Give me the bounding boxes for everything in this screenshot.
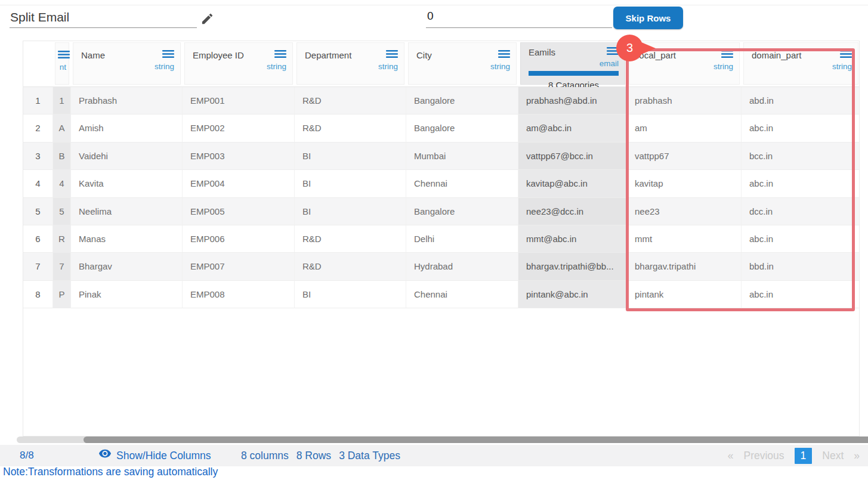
cell-idx: 5 xyxy=(23,198,53,225)
column-header-emails: Eamilsemail8 Catagories xyxy=(518,41,627,87)
horizontal-scrollbar[interactable] xyxy=(17,436,862,443)
scrollbar-thumb[interactable] xyxy=(84,436,868,443)
column-type-label: email xyxy=(529,59,619,68)
cell-emails: nee23@dcc.in xyxy=(518,198,627,225)
column-header-row: Employee ID xyxy=(193,50,286,60)
cell-employee_id: EMP005 xyxy=(183,198,295,225)
cell-department: R&D xyxy=(295,253,406,280)
cell-department: R&D xyxy=(295,87,406,114)
column-header-card-name[interactable]: Namestring xyxy=(73,42,181,85)
next-button[interactable]: Next xyxy=(822,450,844,462)
cell-idx: 2 xyxy=(23,114,53,142)
next-arrow[interactable]: » xyxy=(854,450,860,462)
show-hide-columns-button[interactable]: Show/Hide Columns xyxy=(98,445,211,466)
transform-name-input[interactable]: Split Email xyxy=(10,10,69,24)
cell-mini: 7 xyxy=(53,253,71,280)
column-header-card-department[interactable]: Departmentstring xyxy=(296,42,404,85)
cell-idx: 8 xyxy=(23,281,53,308)
column-header-card-city[interactable]: Citystring xyxy=(408,42,517,85)
column-menu-icon[interactable] xyxy=(274,50,286,58)
cell-department: R&D xyxy=(295,225,406,253)
cell-emails: kavitap@abc.in xyxy=(518,170,627,197)
cell-emails: vattpp67@bcc.in xyxy=(518,143,627,170)
cell-idx: 1 xyxy=(23,87,53,114)
column-type-label: string xyxy=(193,62,286,71)
show-hide-columns-label: Show/Hide Columns xyxy=(116,450,211,462)
column-type-label: string xyxy=(81,62,174,71)
column-header-row: City xyxy=(416,50,510,60)
column-label: Eamils xyxy=(529,47,555,57)
truncated-column-header[interactable]: nt xyxy=(55,42,69,85)
column-header-card-emails[interactable]: Eamilsemail8 Catagories xyxy=(520,42,625,85)
cell-name: Pinak xyxy=(71,281,183,308)
cell-idx: 4 xyxy=(23,170,53,197)
cell-emails: am@abc.in xyxy=(518,114,627,142)
cell-idx: 6 xyxy=(23,225,53,253)
column-header-name: Namestring xyxy=(71,41,183,87)
column-type-label: nt xyxy=(58,63,66,72)
cell-emails: prabhash@abd.in xyxy=(518,87,627,114)
autosave-note: Note:Transformations are saving automati… xyxy=(3,466,218,478)
previous-button[interactable]: Previous xyxy=(743,450,784,462)
cell-city: Mumbai xyxy=(406,143,518,170)
cell-city: Bangalore xyxy=(406,198,518,225)
column-header-row: Name xyxy=(81,50,174,60)
column-type-label: string xyxy=(305,62,398,71)
column-header-mini: nt xyxy=(53,41,71,87)
column-label: City xyxy=(416,50,432,60)
cell-employee_id: EMP002 xyxy=(183,114,295,142)
cell-department: R&D xyxy=(295,114,406,142)
categories-bar xyxy=(529,71,619,76)
skip-rows-underline xyxy=(426,27,612,28)
column-label: Employee ID xyxy=(193,50,244,60)
columns-count: 8 columns xyxy=(241,450,289,462)
cell-mini: 4 xyxy=(53,170,71,197)
column-header-card-employee_id[interactable]: Employee IDstring xyxy=(184,42,293,85)
skip-rows-button[interactable]: Skip Rows xyxy=(613,7,683,29)
footer-bar: 8/8 Show/Hide Columns 8 columns8 Rows3 D… xyxy=(0,445,868,466)
cell-employee_id: EMP006 xyxy=(183,225,295,253)
cell-city: Hydrabad xyxy=(406,253,518,280)
rows-shown-count: 8/8 xyxy=(20,445,34,466)
edit-icon[interactable] xyxy=(200,12,214,28)
cell-city: Bangalore xyxy=(406,87,518,114)
cell-name: Kavita xyxy=(71,170,183,197)
step-badge: 3 xyxy=(616,35,643,61)
previous-arrow[interactable]: « xyxy=(728,450,734,462)
eye-icon xyxy=(98,449,112,462)
cell-department: BI xyxy=(295,170,406,197)
cell-mini: B xyxy=(53,143,71,170)
column-header-idx xyxy=(23,41,53,87)
cell-emails: pintank@abc.in xyxy=(518,281,627,308)
column-header-row: Department xyxy=(305,50,398,60)
cell-mini: R xyxy=(53,225,71,253)
cell-idx: 3 xyxy=(23,143,53,170)
cell-idx: 7 xyxy=(23,253,53,280)
column-menu-icon[interactable] xyxy=(162,50,174,58)
column-menu-icon[interactable] xyxy=(58,51,70,58)
cell-mini: A xyxy=(53,114,71,142)
cell-name: Neelima xyxy=(71,198,183,225)
skip-rows-input[interactable]: 0 xyxy=(427,10,434,23)
cell-emails: mmt@abc.in xyxy=(518,225,627,253)
column-header-row: Eamils xyxy=(529,47,619,57)
highlight-box xyxy=(626,48,855,311)
pagination: « Previous 1 Next » xyxy=(728,445,860,466)
cell-employee_id: EMP003 xyxy=(183,143,295,170)
transform-name-underline xyxy=(10,27,197,28)
row-index-header xyxy=(25,42,51,85)
cell-emails: bhargav.tripathi@bb... xyxy=(518,253,627,280)
column-menu-icon[interactable] xyxy=(498,50,510,58)
column-menu-icon[interactable] xyxy=(386,50,398,58)
rows-count: 8 Rows xyxy=(296,450,331,462)
column-label: Department xyxy=(305,50,351,60)
cell-city: Chennai xyxy=(406,170,518,197)
data-types-count: 3 Data Types xyxy=(339,450,400,462)
page-1-button[interactable]: 1 xyxy=(795,448,813,464)
toolbar-divider xyxy=(0,5,868,5)
cell-name: Vaidehi xyxy=(71,143,183,170)
cell-employee_id: EMP001 xyxy=(183,87,295,114)
cell-name: Bhargav xyxy=(71,253,183,280)
cell-employee_id: EMP004 xyxy=(183,170,295,197)
cell-mini: P xyxy=(53,281,71,308)
